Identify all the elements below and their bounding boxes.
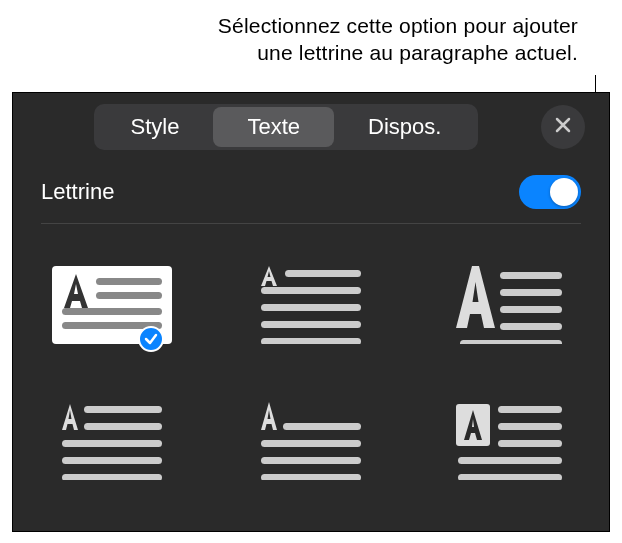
- section-header: Lettrine: [41, 161, 581, 223]
- tab-texte[interactable]: Texte: [213, 107, 334, 147]
- toggle-knob: [550, 178, 578, 206]
- dropcap-flow-icon: [251, 402, 371, 480]
- svg-rect-23: [261, 474, 361, 480]
- callout-line-2: une lettrine au paragraphe actuel.: [100, 39, 578, 66]
- svg-rect-27: [498, 440, 562, 447]
- svg-rect-10: [500, 272, 562, 279]
- close-button[interactable]: [541, 105, 585, 149]
- svg-rect-3: [62, 308, 162, 315]
- svg-rect-17: [62, 440, 162, 447]
- dropcap-option-4[interactable]: [41, 402, 184, 480]
- svg-rect-16: [84, 423, 162, 430]
- svg-rect-20: [283, 423, 361, 430]
- dropcap-option-6[interactable]: [438, 402, 581, 480]
- section-title: Lettrine: [41, 179, 114, 205]
- svg-rect-12: [500, 306, 562, 313]
- divider: [41, 223, 581, 224]
- svg-rect-7: [261, 304, 361, 311]
- dropcap-style-grid: [13, 250, 609, 480]
- lettrine-toggle[interactable]: [519, 175, 581, 209]
- svg-rect-5: [285, 270, 361, 277]
- dropcap-heavy-icon: [450, 266, 570, 344]
- svg-rect-19: [62, 474, 162, 480]
- checkmark-icon: [138, 326, 164, 352]
- inspector-panel: Style Texte Dispos. Lettrine: [12, 92, 610, 532]
- tab-dispos[interactable]: Dispos.: [334, 107, 475, 147]
- svg-rect-15: [84, 406, 162, 413]
- segmented-control: Style Texte Dispos.: [94, 104, 479, 150]
- svg-rect-26: [498, 423, 562, 430]
- tab-style[interactable]: Style: [97, 107, 214, 147]
- close-icon: [554, 116, 572, 138]
- callout-text: Sélectionnez cette option pour ajouter u…: [0, 0, 622, 67]
- svg-rect-28: [458, 457, 562, 464]
- svg-rect-14: [460, 340, 562, 344]
- dropcap-inline-icon: [52, 402, 172, 480]
- lettrine-section: Lettrine: [13, 161, 609, 223]
- svg-rect-11: [500, 289, 562, 296]
- svg-rect-21: [261, 440, 361, 447]
- callout-line-1: Sélectionnez cette option pour ajouter: [100, 12, 578, 39]
- svg-rect-25: [498, 406, 562, 413]
- dropcap-option-1[interactable]: [41, 266, 184, 344]
- svg-rect-2: [96, 292, 162, 299]
- svg-rect-6: [261, 287, 361, 294]
- dropcap-boxed-icon: [450, 402, 570, 480]
- dropcap-option-2[interactable]: [240, 266, 383, 344]
- svg-rect-8: [261, 321, 361, 328]
- svg-rect-29: [458, 474, 562, 480]
- svg-rect-1: [96, 278, 162, 285]
- svg-rect-13: [500, 323, 562, 330]
- svg-rect-18: [62, 457, 162, 464]
- tab-bar: Style Texte Dispos.: [13, 93, 609, 161]
- svg-rect-9: [261, 338, 361, 344]
- svg-rect-22: [261, 457, 361, 464]
- dropcap-margin-icon: [251, 266, 371, 344]
- dropcap-option-5[interactable]: [240, 402, 383, 480]
- dropcap-option-3[interactable]: [438, 266, 581, 344]
